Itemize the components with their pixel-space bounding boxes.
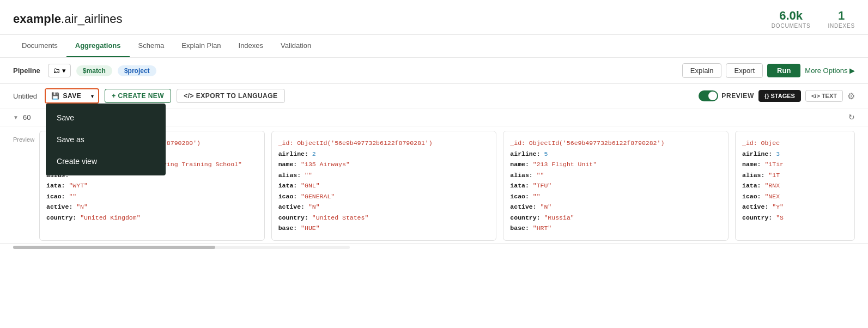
save-menu: Save Save as Create view	[46, 104, 166, 175]
save-menu-create-view[interactable]: Create view	[46, 150, 166, 172]
export-to-language-button[interactable]: </> EXPORT TO LANGUAGE	[177, 89, 284, 103]
save-label: SAVE	[63, 92, 82, 100]
export-button[interactable]: Export	[726, 63, 763, 78]
save-button[interactable]: 💾 SAVE	[46, 89, 87, 102]
folder-arrow-icon: ▾	[62, 66, 66, 75]
tab-schema[interactable]: Schema	[130, 35, 173, 57]
indexes-label: INDEXES	[828, 23, 855, 29]
database-title: example.air_airlines	[13, 12, 123, 26]
documents-stat: 6.0k DOCUMENTS	[772, 9, 811, 29]
tab-documents[interactable]: Documents	[13, 35, 66, 57]
save-dropdown-arrow[interactable]: ▾	[87, 90, 98, 102]
header-stats: 6.0k DOCUMENTS 1 INDEXES	[772, 9, 855, 29]
refresh-icon[interactable]: ↻	[848, 113, 855, 122]
folder-icon: 🗂	[53, 66, 60, 75]
preview-toggle[interactable]	[699, 90, 718, 101]
card4-oid: _id: Objec	[742, 139, 780, 147]
card3-oid: _id: ObjectId('56e9b497732b6122f8790282'…	[510, 139, 664, 147]
preview-label: Preview	[13, 131, 39, 143]
save-menu-save[interactable]: Save	[46, 107, 166, 129]
scrollbar-track	[13, 246, 350, 249]
db-name: example	[13, 12, 61, 26]
untitled-label: Untitled	[13, 92, 37, 100]
stage-match-pill[interactable]: $match	[76, 65, 112, 76]
pipeline-label: Pipeline	[13, 66, 40, 75]
folder-button[interactable]: 🗂 ▾	[48, 64, 71, 77]
documents-label: DOCUMENTS	[772, 23, 811, 29]
collection-name: air_airlines	[64, 12, 122, 26]
scrollbar-area	[0, 243, 868, 251]
run-button[interactable]: Run	[767, 64, 800, 77]
text-view-button[interactable]: </> TEXT	[805, 90, 843, 102]
doc-card-4: _id: Objec airline: 3 name: "1Tir alias:…	[735, 131, 855, 241]
scrollbar-thumb[interactable]	[13, 246, 215, 249]
tab-indexes[interactable]: Indexes	[230, 35, 272, 57]
agg-toolbar: Untitled 💾 SAVE ▾ Save Save as Create vi…	[0, 84, 868, 108]
save-menu-save-as[interactable]: Save as	[46, 129, 166, 150]
right-controls: PREVIEW {} STAGES </> TEXT ⚙	[699, 90, 855, 102]
count-value: 60	[23, 113, 31, 122]
preview-label: PREVIEW	[721, 92, 754, 100]
tab-aggregations[interactable]: Aggregations	[66, 35, 130, 57]
pipeline-bar: Pipeline 🗂 ▾ $match $project Explain Exp…	[0, 58, 868, 84]
count-chevron-icon: ▼	[13, 114, 19, 120]
settings-icon[interactable]: ⚙	[847, 91, 855, 101]
header: example.air_airlines 6.0k DOCUMENTS 1 IN…	[0, 0, 868, 35]
tab-validation[interactable]: Validation	[272, 35, 320, 57]
pipeline-actions: Explain Export Run More Options ▶	[682, 63, 855, 78]
save-icon: 💾	[51, 92, 59, 100]
tabs-bar: Documents Aggregations Schema Explain Pl…	[0, 35, 868, 58]
preview-toggle-wrap: PREVIEW	[699, 90, 754, 101]
save-dropdown: 💾 SAVE ▾ Save Save as Create view	[45, 88, 99, 104]
create-new-button[interactable]: + CREATE NEW	[105, 89, 171, 103]
stage-project-pill[interactable]: $project	[118, 65, 156, 76]
explain-button[interactable]: Explain	[682, 63, 722, 78]
doc-card-2: _id: ObjectId('56e9b497732b6122f8790281'…	[271, 131, 497, 241]
indexes-value: 1	[828, 9, 855, 23]
card2-oid: _id: ObjectId('56e9b497732b6122f8790281'…	[278, 139, 433, 147]
tab-explain-plan[interactable]: Explain Plan	[173, 35, 229, 57]
more-options-link[interactable]: More Options ▶	[805, 66, 855, 75]
stages-view-button[interactable]: {} STAGES	[758, 90, 801, 102]
indexes-stat: 1 INDEXES	[828, 9, 855, 29]
doc-card-3: _id: ObjectId('56e9b497732b6122f8790282'…	[503, 131, 729, 241]
documents-value: 6.0k	[772, 9, 811, 23]
